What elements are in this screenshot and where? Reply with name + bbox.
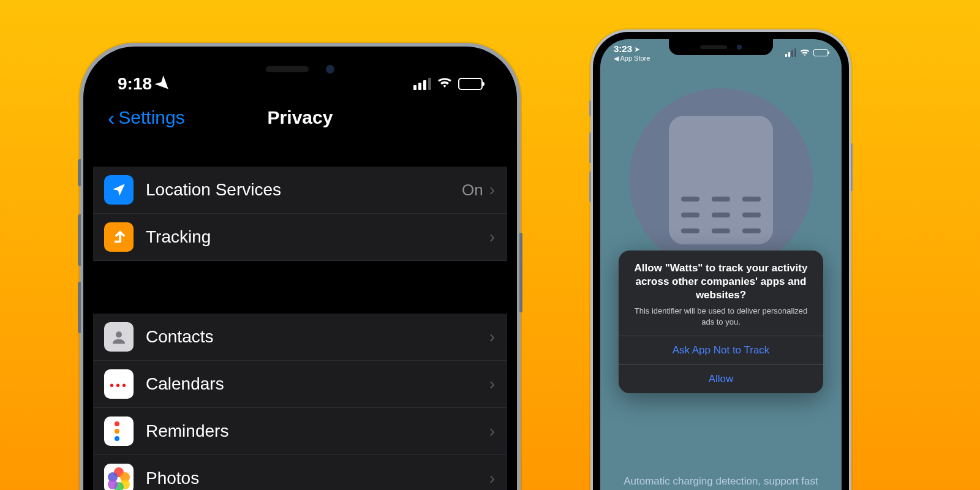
volume-down-button bbox=[78, 282, 81, 333]
wifi-icon bbox=[437, 76, 452, 92]
power-button bbox=[519, 233, 522, 312]
volume-up-button bbox=[589, 132, 591, 163]
alert-title: Allow "Watts" to track your activity acr… bbox=[630, 262, 812, 302]
nav-bar: ‹ Settings Privacy bbox=[93, 99, 507, 136]
power-button bbox=[851, 143, 853, 191]
page-title: Privacy bbox=[268, 107, 333, 128]
row-calendars[interactable]: ••• Calendars › bbox=[93, 361, 507, 408]
row-photos[interactable]: Photos › bbox=[93, 455, 507, 490]
row-label: Calendars bbox=[146, 374, 489, 394]
phone-right: 3:23 ➤ ◀ App Store bbox=[590, 29, 851, 490]
back-label: Settings bbox=[118, 107, 184, 128]
battery-icon bbox=[458, 78, 483, 90]
row-label: Contacts bbox=[146, 327, 489, 347]
row-label: Tracking bbox=[146, 227, 489, 247]
row-label: Photos bbox=[146, 469, 489, 488]
chevron-right-icon: › bbox=[489, 327, 495, 347]
alert-subtitle: This identifier will be used to deliver … bbox=[630, 306, 812, 327]
allow-button[interactable]: Allow bbox=[619, 364, 823, 393]
row-location-services[interactable]: Location Services On › bbox=[93, 167, 507, 214]
row-label: Reminders bbox=[146, 421, 489, 441]
volume-silent-switch bbox=[589, 100, 591, 116]
row-tracking[interactable]: Tracking › bbox=[93, 214, 507, 261]
notch bbox=[669, 39, 773, 55]
reminders-icon bbox=[104, 417, 134, 446]
app-hero-circle bbox=[629, 88, 813, 272]
calculator-graphic bbox=[669, 116, 773, 244]
chevron-right-icon: › bbox=[489, 421, 495, 441]
row-value: On bbox=[462, 181, 483, 200]
app-caption: Automatic charging detection, support fa… bbox=[600, 474, 842, 490]
contacts-icon bbox=[104, 322, 134, 352]
row-contacts[interactable]: Contacts › bbox=[93, 314, 507, 361]
back-button[interactable]: ‹ Settings bbox=[108, 106, 185, 130]
notch bbox=[214, 56, 386, 82]
chevron-right-icon: › bbox=[489, 227, 495, 247]
chevron-right-icon: › bbox=[489, 180, 495, 200]
chevron-right-icon: › bbox=[489, 469, 495, 488]
caption-text: Automatic charging detection, support fa… bbox=[617, 474, 824, 490]
chevron-left-icon: ‹ bbox=[108, 106, 115, 130]
phone-left: 9:18 ➤ ‹ Settings Privacy bbox=[80, 43, 521, 490]
cellular-icon bbox=[413, 78, 431, 90]
tracking-permission-alert: Allow "Watts" to track your activity acr… bbox=[619, 251, 823, 393]
volume-silent-switch bbox=[78, 159, 81, 186]
location-services-icon bbox=[104, 175, 134, 205]
photos-icon bbox=[104, 464, 134, 490]
svg-point-0 bbox=[116, 331, 122, 337]
status-time: 9:18 bbox=[118, 74, 152, 94]
row-label: Location Services bbox=[146, 180, 462, 200]
calendar-icon: ••• bbox=[104, 369, 134, 399]
chevron-right-icon: › bbox=[489, 374, 495, 394]
volume-down-button bbox=[589, 172, 591, 202]
location-icon: ➤ bbox=[151, 71, 176, 96]
tracking-icon bbox=[104, 222, 134, 252]
volume-up-button bbox=[78, 214, 81, 266]
ask-not-to-track-button[interactable]: Ask App Not to Track bbox=[619, 336, 823, 364]
row-reminders[interactable]: Reminders › bbox=[93, 408, 507, 455]
